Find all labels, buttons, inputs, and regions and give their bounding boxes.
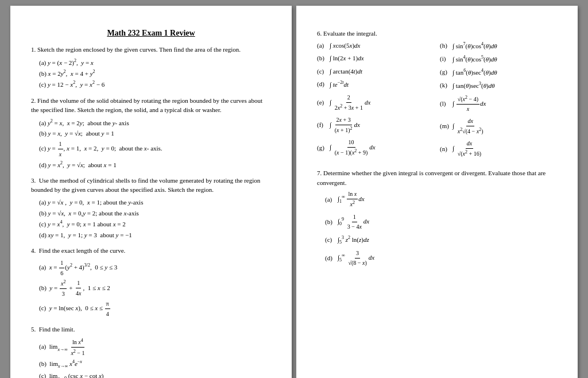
p3-item-c: (c) y = x4, y = 0; x = 1 about x = 2 (39, 218, 271, 229)
integrals-right: (h) ∫ sin7(θ)cos4(θ)dθ (i) ∫ sin4(θ)cos5… (440, 41, 557, 162)
problem-3: 3. Use the method of cylindrical shells … (31, 176, 271, 240)
p6-d: (d) ∫ te−2tdt (317, 79, 434, 90)
p3-item-d: (d) xy = 1, y = 1; y = 3 about y = −1 (39, 230, 271, 241)
p2-item-d: (d) y = x2, y = √x; about x = 1 (39, 159, 271, 170)
p1-item-a: (a) y = (x − 2)2, y = x (39, 57, 271, 68)
p6-i: (i) ∫ sin4(θ)cos5(θ)dθ (440, 54, 557, 64)
p6-l: (l) ∫ √(x2 − 4)xdx (440, 94, 557, 114)
problem-6-integrals: (a) ∫ xcos(5x)dx (b) ∫ ln(2x + 1)dx (c) … (317, 41, 557, 162)
p7-c: (c) ∫53 z2 ln(z)dz (325, 234, 557, 246)
problem-5: 5. Find the limit. (a) limx→∞ ln x4x2 − … (31, 325, 271, 378)
problem-2: 2. Find the volume of the solid obtained… (31, 96, 271, 170)
p1-item-b: (b) x = 2y2, x = 4 + y2 (39, 68, 271, 79)
problem-4: 4. Find the exact length of the curve. (… (31, 246, 271, 319)
p6-e: (e) ∫ 22x2 + 3x + 1dx (317, 93, 434, 113)
problem-6: 6. Evaluate the integral. (a) ∫ xcos(5x)… (317, 29, 557, 161)
p7-d: (d) ∫5∞ 3√(8 − x)dx (325, 249, 557, 268)
p5-item-c: (c) limx→0 (csc x − cot x) (39, 371, 271, 378)
p3-item-a: (a) y = √x , y = 0, x = 1; about the y‑a… (39, 197, 271, 208)
pages-container: Math 232 Exam 1 Review 1. Sketch the reg… (10, 6, 578, 378)
problem-1-title: 1. Sketch the region enclosed by the giv… (31, 45, 271, 55)
integrals-left: (a) ∫ xcos(5x)dx (b) ∫ ln(2x + 1)dx (c) … (317, 41, 434, 162)
p6-g: (g) ∫ 10(x − 1)(x2 + 9)dx (317, 138, 434, 157)
p5-item-b: (b) limx→∞ x4e−x (39, 358, 271, 370)
problem-5-title: 5. Find the limit. (31, 325, 271, 334)
p6-m: (m) ∫ dxx2√(4 − x2) (440, 117, 557, 136)
p6-h: (h) ∫ sin7(θ)cos4(θ)dθ (440, 41, 557, 51)
page-2: 6. Evaluate the integral. (a) ∫ xcos(5x)… (296, 6, 578, 378)
problem-1: 1. Sketch the region enclosed by the giv… (31, 45, 271, 90)
p6-a: (a) ∫ xcos(5x)dx (317, 41, 434, 51)
p5-item-a: (a) limx→∞ ln x4x2 − 1 (39, 337, 271, 358)
p2-item-a: (a) y2 = x, x = 2y; about the y‑ axis (39, 117, 271, 128)
p6-gg: (g) ∫ tan6(θ)sec4(θ)dθ (440, 67, 557, 78)
p6-b: (b) ∫ ln(2x + 1)dx (317, 53, 434, 64)
page-1: Math 232 Exam 1 Review 1. Sketch the reg… (10, 6, 292, 378)
p3-item-b: (b) y = √x, x = 0,y = 2; about the x‑axi… (39, 208, 271, 219)
problem-7: 7. Determine whether the given integral … (317, 168, 557, 268)
p6-c: (c) ∫ arctan(4t)dt (317, 67, 434, 77)
p4-item-b: (b) y = x23 + 14x, 1 ≤ x ≤ 2 (39, 278, 271, 299)
p7-b: (b) ∫09 13 − 4xdx (325, 213, 557, 232)
problem-3-title: 3. Use the method of cylindrical shells … (31, 176, 271, 195)
problem-2-title: 2. Find the volume of the solid obtained… (31, 96, 271, 115)
p2-item-b: (b) y = x, y = √x; about y = 1 (39, 128, 271, 139)
problem-7-title: 7. Determine whether the given integral … (317, 168, 557, 187)
p6-n: (n) ∫ dx√(x2 + 16) (440, 139, 557, 159)
p7-a: (a) ∫1∞ ln xx2dx (325, 190, 557, 209)
p1-item-c: (c) y = 12 − x2, y = x2 − 6 (39, 79, 271, 90)
p2-item-c: (c) y = 1x, x = 1, x = 2, y = 0; about t… (39, 139, 271, 159)
p6-k: (k) ∫ tan(θ)sec3(θ)dθ (440, 80, 557, 91)
p4-item-a: (a) x = 16(y2 + 4)3/2, 0 ≤ y ≤ 3 (39, 258, 271, 278)
problem-6-title: 6. Evaluate the integral. (317, 29, 557, 38)
p4-item-c: (c) y = ln(sec x), 0 ≤ x ≤ π4 (39, 299, 271, 319)
p6-f: (f) ∫ 2x + 3(x + 1)2dx (317, 115, 434, 135)
page-title: Math 232 Exam 1 Review (31, 29, 271, 38)
problem-4-title: 4. Find the exact length of the curve. (31, 246, 271, 256)
